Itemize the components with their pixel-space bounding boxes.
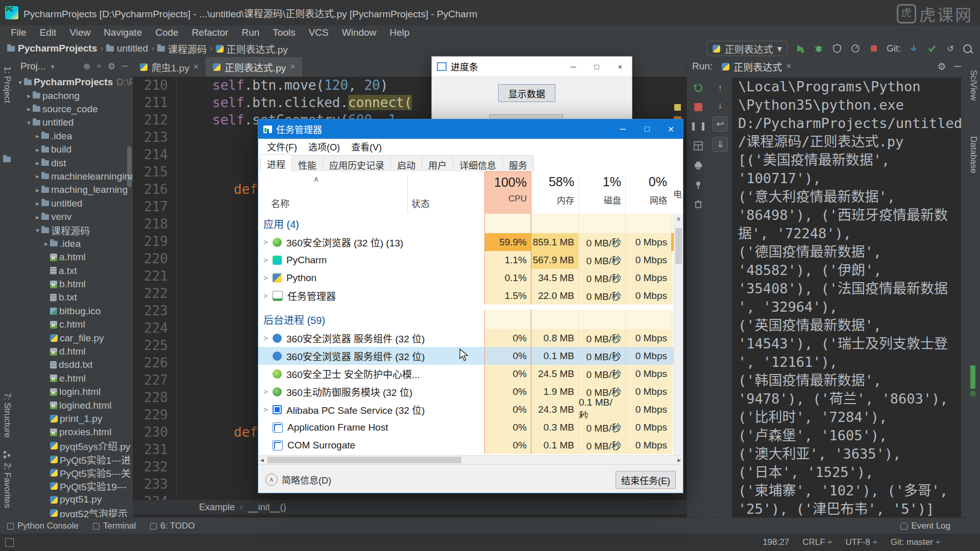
project-view-selector[interactable]: Proj... — [20, 61, 46, 72]
profiler-button[interactable] — [850, 43, 861, 54]
menu-navigate[interactable]: Navigate — [97, 26, 149, 40]
chevron-down-icon[interactable]: ▾ — [51, 63, 55, 70]
run-button[interactable] — [795, 43, 806, 54]
maximize-icon[interactable]: □ — [635, 119, 659, 139]
taskmgr-tab[interactable]: 应用历史记录 — [323, 155, 391, 171]
process-row[interactable]: >PyCharm1.1%567.9 MB0 MB/秒0 Mbps — [258, 251, 683, 269]
minimize-icon[interactable]: ─ — [561, 57, 585, 76]
tool-button-sciview[interactable]: SciView — [968, 70, 978, 101]
toolwindow-button[interactable]: 6: TODO — [143, 518, 202, 534]
expand-chevron-icon[interactable]: > — [263, 387, 272, 396]
menu-window[interactable]: Window — [335, 26, 383, 40]
tree-item[interactable]: ▸build — [14, 143, 133, 156]
close-icon[interactable]: × — [608, 57, 632, 76]
bookmark-icon[interactable] — [3, 157, 11, 162]
status-widget[interactable]: CRLF ÷ — [802, 537, 832, 547]
tree-item[interactable]: ▾untitled — [14, 116, 133, 129]
end-task-button[interactable]: 结束任务(E) — [616, 471, 676, 489]
breadcrumb-class[interactable]: Example — [199, 502, 235, 513]
project-scrollbar[interactable] — [127, 146, 132, 187]
tree-item[interactable]: a.txt — [14, 264, 133, 277]
col-disk[interactable]: 1%磁盘 — [578, 171, 625, 214]
locate-icon[interactable]: ⊕ — [83, 61, 90, 72]
tree-item[interactable]: ▸.idea — [14, 130, 133, 143]
print-icon[interactable] — [692, 159, 704, 171]
collapse-all-icon[interactable]: ÷ — [96, 61, 101, 72]
maximize-icon[interactable]: □ — [585, 57, 608, 76]
expand-chevron-icon[interactable]: > — [263, 238, 272, 246]
coverage-button[interactable] — [831, 43, 843, 54]
debug-button[interactable] — [813, 43, 824, 54]
menu-edit[interactable]: Edit — [33, 26, 63, 40]
process-group-row[interactable]: 应用 (4) — [258, 214, 683, 233]
tree-item[interactable]: e.html — [14, 372, 133, 385]
menu-run[interactable]: Run — [235, 26, 266, 40]
git-commit-button[interactable] — [926, 43, 938, 54]
process-row[interactable]: COM Surrogate0%0.1 MB0 MB/秒0 Mbps — [258, 436, 683, 454]
tree-item[interactable]: ▾PycharmProjectsD:\Pyc — [14, 76, 133, 89]
taskmgr-menu-item[interactable]: 文件(F) — [262, 140, 302, 153]
tree-item[interactable]: logined.html — [14, 398, 133, 412]
down-icon[interactable]: ↓ — [714, 99, 726, 111]
col-power[interactable]: 电 — [671, 171, 683, 214]
taskmgr-menu-item[interactable]: 查看(V) — [347, 140, 386, 153]
process-group-row[interactable]: 后台进程 (59) — [258, 310, 683, 329]
tool-button-project[interactable]: 1: Project — [2, 66, 12, 103]
soft-wrap-icon[interactable]: ↩ — [713, 116, 728, 132]
breadcrumb-item[interactable]: PycharmProjects — [7, 43, 97, 54]
breadcrumb-item[interactable]: untitled — [106, 43, 148, 54]
status-widget[interactable]: 198:27 — [763, 537, 789, 547]
close-icon[interactable]: × — [659, 119, 683, 139]
tree-item[interactable]: proxies.html — [14, 425, 133, 439]
tree-item[interactable]: b.txt — [14, 291, 133, 304]
tree-item[interactable]: ▸pachong — [14, 89, 133, 102]
taskmgr-hscrollbar[interactable]: ◂ ▸ — [258, 455, 683, 465]
expand-chevron-icon[interactable]: > — [263, 256, 272, 264]
tree-item[interactable]: dsdd.txt — [14, 358, 133, 371]
expand-chevron-icon[interactable]: > — [263, 334, 272, 342]
gear-icon[interactable]: ⚙ — [108, 61, 115, 72]
run-config-combo[interactable]: 正则表达式 ▾ — [707, 41, 788, 56]
tree-item[interactable]: ▸dist — [14, 156, 133, 169]
scroll-to-end-icon[interactable]: ⇓ — [713, 137, 728, 152]
tree-item[interactable]: c.html — [14, 318, 133, 331]
taskmgr-titlebar[interactable]: 任务管理器 ─ □ × — [258, 119, 683, 139]
toolwindow-switcher-icon[interactable] — [5, 538, 14, 547]
tree-item[interactable]: ▸.idea — [14, 237, 133, 251]
show-data-button[interactable]: 显示数据 — [498, 84, 555, 102]
col-memory[interactable]: 58%内存 — [531, 171, 578, 214]
error-stripe-warning[interactable] — [674, 104, 681, 111]
taskmgr-tab[interactable]: 详细信息 — [453, 155, 503, 171]
close-icon[interactable]: × — [290, 62, 295, 72]
taskmgr-tab[interactable]: 用户 — [422, 155, 453, 171]
expand-chevron-icon[interactable]: > — [263, 273, 272, 282]
close-icon[interactable]: × — [193, 62, 199, 72]
tree-item[interactable]: ▾课程源码 — [14, 223, 133, 237]
fewer-details-button[interactable]: ∧ 简略信息(D) — [265, 473, 331, 486]
process-row[interactable]: >Alibaba PC Safe Service (32 位)0%24.3 MB… — [258, 400, 683, 418]
tree-item[interactable]: PyQt5实验5---关 — [14, 466, 133, 479]
taskmgr-tab[interactable]: 启动 — [390, 155, 422, 171]
taskmgr-tab[interactable]: 进程 — [260, 154, 292, 171]
restore-layout-icon[interactable] — [692, 140, 704, 152]
editor-tab[interactable]: 正则表达式.py× — [206, 57, 302, 77]
status-widget[interactable]: UTF-8 ÷ — [846, 537, 877, 547]
menu-vcs[interactable]: VCS — [302, 26, 335, 40]
menu-tools[interactable]: Tools — [266, 26, 302, 40]
run-tab[interactable]: 正则表达式 × — [718, 57, 795, 76]
process-row[interactable]: Application Frame Host0%0.3 MB0 MB/秒0 Mb… — [258, 418, 683, 436]
tree-item[interactable]: PyQt5实验1---进 — [14, 453, 133, 466]
tree-item[interactable]: d.html — [14, 345, 133, 358]
git-revert-button[interactable]: ↺ — [945, 43, 956, 54]
process-row[interactable]: 360安全卫士 安全防护中心模...0%24.5 MB0 MB/秒0 Mbps — [258, 365, 683, 383]
tool-button-structure[interactable]: 7: Structure — [2, 393, 12, 438]
tree-item[interactable]: ▸venv — [14, 210, 133, 223]
tool-button-database[interactable]: Database — [968, 136, 978, 173]
tree-item[interactable]: car_file.py — [14, 331, 133, 344]
minimize-icon[interactable]: ─ — [611, 119, 635, 139]
menu-code[interactable]: Code — [149, 26, 185, 40]
menu-help[interactable]: Help — [383, 26, 416, 40]
run-console-output[interactable]: \Local\Programs\Python\Python35\python.e… — [732, 78, 961, 517]
process-row[interactable]: >360安全浏览器 服务组件 (32 位)0%0.8 MB0 MB/秒0 Mbp… — [258, 329, 683, 347]
tree-item[interactable]: ▸untitled — [14, 197, 133, 210]
